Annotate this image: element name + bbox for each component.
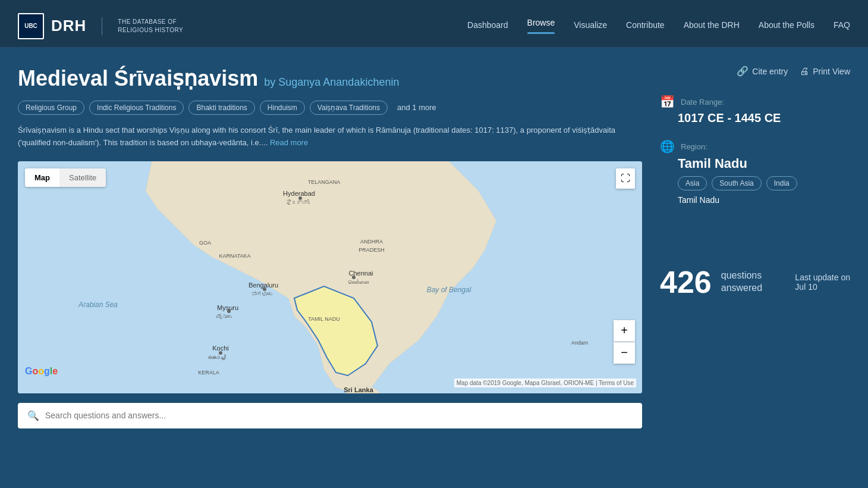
nav-visualize[interactable]: Visualize [574,20,607,32]
svg-text:Hyderabad: Hyderabad [283,190,315,197]
svg-text:KARNATAKA: KARNATAKA [219,253,250,259]
date-range-value: 1017 CE - 1445 CE [678,111,850,125]
svg-text:PRADESH: PRADESH [358,247,385,253]
map-container: TELANGANA Hyderabad హైదరాబాద్ GOA KARNAT… [18,161,642,393]
cite-icon: 🔗 [737,65,749,77]
tag-religious-group[interactable]: Religious Group [18,101,84,115]
badge-asia[interactable]: Asia [678,176,707,190]
map-zoom-out[interactable]: − [614,342,635,364]
print-label: Print View [813,67,850,76]
date-range-header: 📅 Date Range: [660,95,850,109]
globe-icon: 🌐 [660,139,675,154]
region-label: Region: [681,142,707,151]
map-type-satellite[interactable]: Satellite [59,168,106,187]
svg-text:Sri Lanka: Sri Lanka [344,386,373,393]
svg-text:TAMIL NADU: TAMIL NADU [308,316,340,322]
date-range-label: Date Range: [681,98,724,107]
answered-label: answered [721,282,762,295]
map-type-map[interactable]: Map [25,168,59,187]
fullscreen-icon: ⛶ [621,173,630,183]
tag-indic[interactable]: Indic Religious Traditions [89,101,184,115]
tag-bhakti[interactable]: Bhakti traditions [188,101,254,115]
tags-more[interactable]: and 1 more [392,101,441,115]
svg-text:Bay of Bengal: Bay of Bengal [427,286,471,294]
drh-title: DRH [51,17,86,35]
svg-text:TELANGANA: TELANGANA [308,179,341,185]
map-fullscreen-button[interactable]: ⛶ [616,168,635,189]
nav-faq[interactable]: FAQ [834,20,850,32]
region-section: 🌐 Region: Tamil Nadu Asia South Asia Ind… [660,139,850,205]
ubc-logo: UBC [18,13,44,39]
svg-text:Chennai: Chennai [349,270,373,277]
svg-text:சென்னை: சென்னை [348,279,369,285]
nav-divider [102,17,102,35]
svg-text:ANDHRA: ANDHRA [360,239,383,245]
tag-vaisnava[interactable]: Vaiṣṇava Traditions [310,101,388,115]
logo: UBC DRH THE DATABASE OF RELIGIOUS HISTOR… [18,13,183,39]
nav-dashboard[interactable]: Dashboard [467,20,508,32]
stat-labels: questions answered [721,270,762,295]
svg-text:Kochi: Kochi [212,345,229,352]
nav-browse-wrapper: Browse [527,18,555,34]
read-more-link[interactable]: Read more [270,138,308,147]
entry-author: by Suganya Anandakichenin [264,76,399,88]
map-type-controls: Map Satellite [25,168,106,187]
svg-text:Mysuru: Mysuru [217,304,238,311]
ubc-text: UBC [24,23,37,29]
region-value: Tamil Nadu [678,156,850,171]
navigation: UBC DRH THE DATABASE OF RELIGIOUS HISTOR… [0,5,868,48]
drh-subtitle: THE DATABASE OF RELIGIOUS HISTORY [118,18,183,35]
questions-count: 426 [660,267,712,298]
svg-text:GOA: GOA [199,240,211,246]
cite-entry-link[interactable]: 🔗 Cite entry [737,65,788,77]
map-zoom-controls: + − [614,320,635,364]
nav-about-drh[interactable]: About the DRH [684,20,740,32]
nav-about-polls[interactable]: About the Polls [759,20,814,32]
nav-contribute[interactable]: Contribute [626,20,665,32]
svg-text:హైదరాబాద్: హైదరాబాద్ [287,199,312,205]
map-svg: TELANGANA Hyderabad హైదరాబాద్ GOA KARNAT… [18,161,642,393]
badge-india[interactable]: India [766,176,797,190]
svg-text:കൊച്ചി: കൊച്ചി [208,354,226,360]
tag-hinduism[interactable]: Hinduism [260,101,305,115]
right-column: 🔗 Cite entry 🖨 Print View 📅 Date Range: … [660,65,850,488]
right-actions: 🔗 Cite entry 🖨 Print View [660,65,850,77]
print-view-link[interactable]: 🖨 Print View [800,65,850,77]
entry-description: Śrīvaiṣṇavism is a Hindu sect that worsh… [18,124,642,149]
map-zoom-in[interactable]: + [614,320,635,342]
search-bar: 🔍 [18,403,642,428]
svg-text:Andam: Andam [571,340,589,346]
search-icon: 🔍 [27,410,39,421]
last-update: Last update on Jul 10 [795,273,850,292]
region-badges: Asia South Asia India [678,176,850,190]
map-copyright: Map data ©2019 Google, Mapa GIsrael, ORI… [454,378,636,387]
entry-title: Medieval Śrīvaiṣṇavism by Suganya Ananda… [18,65,642,91]
bottom-stats: 426 questions answered Last update on Ju… [660,267,850,298]
svg-text:Bengaluru: Bengaluru [249,281,278,289]
region-header: 🌐 Region: [660,139,850,154]
badge-south-asia[interactable]: South Asia [712,176,761,190]
cite-label: Cite entry [752,67,788,76]
questions-label: questions [721,270,762,282]
tags-container: Religious Group Indic Religious Traditio… [18,101,642,115]
calendar-icon: 📅 [660,95,675,109]
left-column: Medieval Śrīvaiṣṇavism by Suganya Ananda… [18,65,642,488]
search-input[interactable] [45,411,633,420]
svg-text:KERALA: KERALA [198,370,219,376]
nav-browse[interactable]: Browse [527,18,555,30]
svg-text:ಮೈಸೂರು: ಮೈಸೂರು [216,314,232,320]
main-content: Medieval Śrīvaiṣṇavism by Suganya Ananda… [0,48,868,488]
nav-active-indicator [527,32,555,34]
print-icon: 🖨 [800,66,809,77]
stats-section: 426 questions answered Last update on Ju… [660,219,850,298]
svg-text:ಬೆಂಗಳೂರು: ಬೆಂಗಳೂರು [251,291,272,297]
region-subtext: Tamil Nadu [678,195,850,205]
date-range-section: 📅 Date Range: 1017 CE - 1445 CE [660,95,850,125]
svg-text:Arabian Sea: Arabian Sea [78,301,118,309]
nav-links: Dashboard Browse Visualize Contribute Ab… [467,18,850,34]
google-logo: Google [25,366,58,377]
